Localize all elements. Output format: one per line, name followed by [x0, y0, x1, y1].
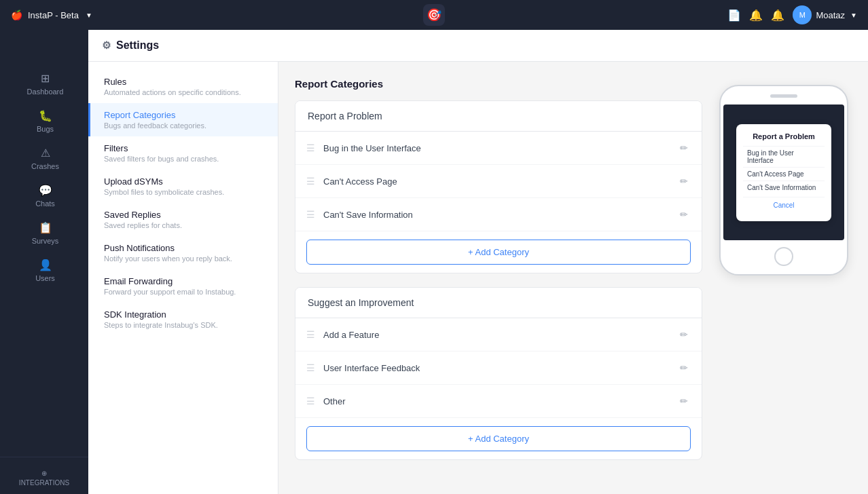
nav-item-sdk-integration-title: SDK Integration [104, 309, 264, 320]
sidebar-item-label: Dashboard [27, 88, 64, 96]
drag-handle-icon[interactable]: ☰ [306, 329, 315, 340]
phone-notch [721, 94, 847, 98]
app-dropdown-icon[interactable]: ▼ [86, 12, 92, 19]
sidebar-nav: ⊞ Dashboard 🐛 Bugs ⚠ Crashes 💬 Chats 📋 S… [0, 60, 88, 457]
sidebar-item-label: Crashes [31, 162, 59, 170]
page-title: Report Categories [295, 78, 702, 90]
settings-body: Rules Automated actions on specific cond… [88, 62, 868, 494]
group-suggest-improvement: Suggest an Improvement ☰ Add a Feature ✏… [295, 287, 702, 460]
group-report-problem: Report a Problem ☰ Bug in the User Inter… [295, 100, 702, 273]
group-suggest-improvement-header: Suggest an Improvement [295, 288, 702, 318]
main-area: ⚙ Settings Rules Automated actions on sp… [88, 30, 868, 494]
category-name: Bug in the User Interface [323, 143, 677, 153]
nav-item-filters-title: Filters [104, 143, 264, 153]
add-category-button-2[interactable]: + Add Category [306, 426, 691, 451]
nav-item-saved-replies-desc: Saved replies for chats. [104, 221, 264, 229]
chats-icon: 💬 [39, 184, 52, 197]
phone-popup-item: Can't Access Page [743, 167, 825, 180]
phone-popup: Report a Problem Bug in the User Interfa… [736, 124, 831, 221]
app-name: InstaP - Beta [28, 10, 79, 20]
category-item: ☰ Can't Save Information ✏ [295, 198, 702, 231]
logo-emoji: 🎯 [427, 7, 441, 22]
sidebar-item-crashes[interactable]: ⚠ Crashes [0, 140, 88, 177]
nav-item-push-notifications[interactable]: Push Notifications Notify your users whe… [88, 236, 278, 269]
sidebar-item-chats[interactable]: 💬 Chats [0, 177, 88, 214]
add-category-button-1[interactable]: + Add Category [306, 240, 691, 265]
phone-popup-cancel[interactable]: Cancel [743, 197, 825, 213]
phone-home-button [774, 247, 793, 266]
notification-bell-icon[interactable]: 🔔 [749, 9, 763, 22]
category-name: Can't Save Information [323, 210, 677, 220]
topbar: 🍎 InstaP - Beta ▼ 🎯 📄 🔔 🔔 M Moataz ▼ [0, 0, 868, 30]
settings-nav: Rules Automated actions on specific cond… [88, 62, 278, 494]
drag-handle-icon[interactable]: ☰ [306, 396, 315, 406]
edit-button[interactable]: ✏ [677, 173, 691, 189]
user-name: Moataz [816, 10, 845, 20]
drag-handle-icon[interactable]: ☰ [306, 176, 315, 187]
sidebar-item-surveys[interactable]: 📋 Surveys [0, 214, 88, 252]
document-icon[interactable]: 📄 [727, 9, 741, 22]
category-name: Can't Access Page [323, 176, 677, 187]
topbar-left: 🍎 InstaP - Beta ▼ [11, 10, 92, 20]
drag-handle-icon[interactable]: ☰ [306, 209, 315, 220]
phone-preview: Report a Problem Bug in the User Interfa… [716, 78, 852, 478]
dashboard-icon: ⊞ [41, 72, 50, 85]
phone-popup-title: Report a Problem [743, 132, 825, 140]
nav-item-rules[interactable]: Rules Automated actions on specific cond… [88, 70, 278, 103]
edit-button[interactable]: ✏ [677, 360, 691, 376]
settings-header: ⚙ Settings [88, 30, 868, 62]
sidebar: ⊞ Dashboard 🐛 Bugs ⚠ Crashes 💬 Chats 📋 S… [0, 30, 88, 494]
sidebar-item-label: Chats [35, 200, 55, 208]
sidebar-item-label: Surveys [32, 237, 59, 245]
nav-item-sdk-integration-desc: Steps to integrate Instabug's SDK. [104, 321, 264, 329]
sidebar-item-users[interactable]: 👤 Users [0, 252, 88, 289]
nav-item-upload-dsyms-title: Upload dSYMs [104, 176, 264, 187]
edit-button[interactable]: ✏ [677, 206, 691, 223]
drag-handle-icon[interactable]: ☰ [306, 362, 315, 373]
nav-item-upload-dsyms[interactable]: Upload dSYMs Symbol files to symbolicate… [88, 170, 278, 203]
nav-item-report-categories-desc: Bugs and feedback categories. [104, 121, 264, 130]
nav-item-push-notifications-title: Push Notifications [104, 243, 264, 253]
sidebar-bottom: ⊕ INTEGRATIONS ⚙ SETTINGS [0, 457, 88, 494]
drag-handle-icon[interactable]: ☰ [306, 142, 315, 153]
surveys-icon: 📋 [39, 221, 52, 234]
sidebar-item-dashboard[interactable]: ⊞ Dashboard [0, 65, 88, 102]
edit-button[interactable]: ✏ [677, 140, 691, 156]
nav-item-saved-replies[interactable]: Saved Replies Saved replies for chats. [88, 203, 278, 236]
phone-popup-item: Can't Save Information [743, 180, 825, 194]
nav-item-report-categories[interactable]: Report Categories Bugs and feedback cate… [88, 103, 278, 136]
nav-item-rules-desc: Automated actions on specific conditions… [104, 88, 264, 96]
phone-frame: Report a Problem Bug in the User Interfa… [719, 85, 848, 276]
phone-popup-item: Bug in the User Interface [743, 146, 825, 167]
category-item: ☰ Add a Feature ✏ [295, 318, 702, 352]
integrations-label: INTEGRATIONS [19, 479, 69, 487]
category-name: Other [323, 396, 677, 406]
phone-notch-bar [770, 94, 797, 98]
alert-icon[interactable]: 🔔 [771, 9, 784, 22]
user-menu[interactable]: M Moataz ▼ [793, 5, 857, 24]
category-item: ☰ Other ✏ [295, 385, 702, 418]
nav-item-filters-desc: Saved filters for bugs and crashes. [104, 155, 264, 163]
nav-item-filters[interactable]: Filters Saved filters for bugs and crash… [88, 136, 278, 170]
nav-item-sdk-integration[interactable]: SDK Integration Steps to integrate Insta… [88, 303, 278, 336]
edit-button[interactable]: ✏ [677, 326, 691, 343]
topbar-center: 🎯 [423, 4, 445, 26]
sidebar-item-label: Bugs [37, 125, 54, 133]
nav-item-rules-title: Rules [104, 77, 264, 87]
nav-item-push-notifications-desc: Notify your users when you reply back. [104, 254, 264, 263]
apple-icon: 🍎 [11, 10, 22, 20]
group-report-problem-header: Report a Problem [295, 101, 702, 132]
report-panel: Report Categories Report a Problem ☰ Bug… [295, 78, 702, 478]
sidebar-item-bugs[interactable]: 🐛 Bugs [0, 102, 88, 140]
category-name: Add a Feature [323, 330, 677, 340]
category-item: ☰ Bug in the User Interface ✏ [295, 132, 702, 165]
nav-item-saved-replies-title: Saved Replies [104, 210, 264, 220]
nav-item-email-forwarding[interactable]: Email Forwarding Forward your support em… [88, 269, 278, 303]
user-dropdown-icon: ▼ [850, 12, 857, 19]
sidebar-item-integrations[interactable]: ⊕ INTEGRATIONS [5, 466, 83, 491]
phone-screen: Report a Problem Bug in the User Interfa… [723, 104, 844, 240]
settings-title: Settings [116, 39, 159, 52]
edit-button[interactable]: ✏ [677, 393, 691, 409]
sidebar-item-settings[interactable]: ⚙ SETTINGS [5, 491, 83, 494]
settings-main: Report Categories Report a Problem ☰ Bug… [278, 62, 868, 494]
